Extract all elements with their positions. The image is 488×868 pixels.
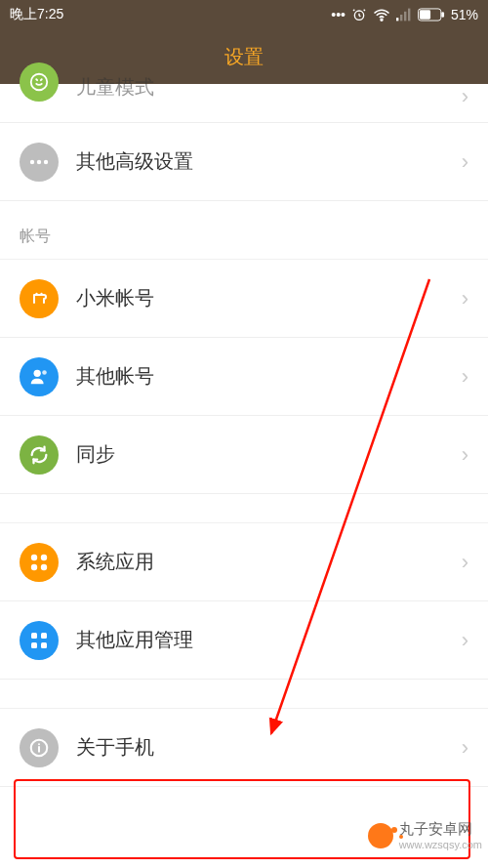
status-time: 晚上7:25 <box>10 6 63 23</box>
settings-list: 儿童模式 › 其他高级设置 › 帐号 小米帐号 › 其他帐号 › 同步 › <box>0 84 488 868</box>
svg-rect-25 <box>41 642 47 648</box>
other-apps-icon <box>20 621 59 660</box>
more-icon: ••• <box>331 7 346 22</box>
svg-rect-22 <box>31 633 37 639</box>
svg-point-14 <box>35 292 37 294</box>
mi-account-icon <box>20 279 59 318</box>
chevron-right-icon: › <box>462 149 468 175</box>
svg-point-10 <box>30 159 34 163</box>
svg-point-20 <box>31 563 37 569</box>
svg-point-19 <box>41 554 47 559</box>
svg-point-17 <box>42 370 47 375</box>
chevron-right-icon: › <box>462 364 468 390</box>
chevron-right-icon: › <box>462 628 468 653</box>
child-mode-icon <box>20 62 59 102</box>
watermark-icon <box>368 823 393 848</box>
watermark-name: 丸子安卓网 <box>399 820 472 837</box>
section-header-account: 帐号 <box>0 201 488 260</box>
svg-rect-5 <box>408 9 410 21</box>
row-mi-account[interactable]: 小米帐号 › <box>0 260 488 338</box>
row-label: 同步 <box>76 441 462 468</box>
svg-point-18 <box>31 554 37 559</box>
watermark-url: www.wzsqsy.com <box>399 839 482 850</box>
about-phone-icon <box>20 728 59 767</box>
more-settings-icon <box>20 143 59 182</box>
section-gap <box>0 680 488 709</box>
row-label: 关于手机 <box>76 734 462 761</box>
other-accounts-icon <box>20 357 59 396</box>
row-other-accounts[interactable]: 其他帐号 › <box>0 338 488 416</box>
svg-point-12 <box>44 159 48 163</box>
row-about-phone[interactable]: 关于手机 › <box>0 709 488 787</box>
system-apps-icon <box>20 543 59 582</box>
row-advanced-settings[interactable]: 其他高级设置 › <box>0 123 488 201</box>
chevron-right-icon: › <box>462 550 468 575</box>
row-system-apps[interactable]: 系统应用 › <box>0 523 488 601</box>
wifi-icon <box>373 8 390 21</box>
page-title: 设置 <box>224 44 264 70</box>
alarm-icon <box>351 7 367 22</box>
svg-point-11 <box>37 159 41 163</box>
svg-point-16 <box>34 369 41 376</box>
svg-rect-2 <box>396 18 398 21</box>
svg-point-1 <box>381 19 383 21</box>
svg-rect-3 <box>400 15 402 21</box>
row-label: 小米帐号 <box>76 285 462 311</box>
row-other-apps[interactable]: 其他应用管理 › <box>0 601 488 680</box>
chevron-right-icon: › <box>462 735 468 761</box>
battery-percent: 51% <box>451 7 478 22</box>
svg-rect-23 <box>41 633 47 639</box>
svg-rect-4 <box>404 12 406 21</box>
chevron-right-icon: › <box>462 84 468 109</box>
row-sync[interactable]: 同步 › <box>0 416 488 494</box>
sync-icon <box>20 435 59 475</box>
row-label: 其他帐号 <box>76 363 462 390</box>
row-label: 其他高级设置 <box>76 148 462 175</box>
svg-rect-8 <box>441 12 444 18</box>
chevron-right-icon: › <box>462 286 468 311</box>
row-label: 其他应用管理 <box>76 627 462 653</box>
row-label: 儿童模式 <box>76 74 462 101</box>
status-bar: 晚上7:25 ••• 51% <box>0 0 488 29</box>
section-gap <box>0 494 488 523</box>
chevron-right-icon: › <box>462 442 468 468</box>
row-child-mode[interactable]: 儿童模式 › <box>0 84 488 123</box>
svg-point-21 <box>41 563 47 569</box>
svg-rect-7 <box>420 10 430 19</box>
svg-point-15 <box>40 292 42 294</box>
watermark: 丸子安卓网 www.wzsqsy.com <box>368 820 482 850</box>
signal-icon <box>396 8 412 21</box>
row-label: 系统应用 <box>76 549 462 575</box>
svg-rect-24 <box>31 642 37 648</box>
battery-icon <box>418 8 445 21</box>
svg-point-9 <box>31 74 48 91</box>
